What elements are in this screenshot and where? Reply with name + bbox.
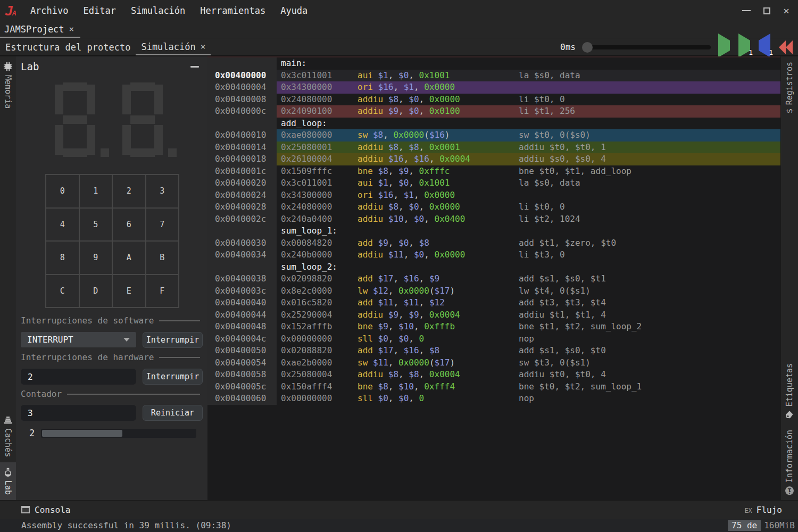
code-row[interactable]: 0x0040005c0x150afff4bne $8, $10, 0xfff4b… (207, 381, 780, 393)
keypad-key-8[interactable]: 8 (46, 241, 79, 275)
code-label-row[interactable]: main: (207, 57, 780, 70)
address-cell: 0x00400024 (207, 189, 277, 202)
code-row[interactable]: 0x004000340x240b0000addiu $11, $0, 0x000… (207, 249, 780, 261)
counter-input[interactable]: 3 (21, 405, 136, 421)
keypad-key-4[interactable]: 4 (46, 208, 79, 242)
keypad-key-7[interactable]: 7 (146, 208, 179, 242)
step-forward-button[interactable]: 1 (738, 40, 751, 54)
address-cell (207, 225, 277, 237)
sidebar-item-informacion[interactable]: i Información (781, 425, 798, 500)
play-button[interactable] (718, 40, 731, 54)
machine-code-cell: 0x34300000 (281, 81, 358, 94)
hardware-interrumpir-button[interactable]: Interrumpir (143, 369, 203, 385)
menu-ayuda[interactable]: Ayuda (280, 5, 307, 16)
minimize-button[interactable] (742, 10, 751, 11)
machine-code-cell: 0x240b0000 (281, 249, 358, 261)
code-row[interactable]: 0x0040004c0x00000000sll $0, $0, 0nop (207, 333, 780, 345)
source-cell: li $t3, 0 (519, 249, 780, 261)
code-row[interactable]: 0x004000200x3c011001aui $1, $0, 0x1001la… (207, 177, 780, 189)
instruction-cells: 0x240a0400addiu $10, $0, 0x0400li $t2, 1… (277, 213, 780, 226)
tab-consola[interactable]: Consola (14, 501, 78, 519)
machine-code-cell: 0x24080000 (281, 201, 358, 213)
address-cell: 0x0040000c (207, 105, 277, 118)
hardware-interrupt-input[interactable]: 2 (21, 369, 136, 385)
time-slider[interactable] (583, 45, 711, 49)
tab-jamsproject[interactable]: JAMSProject × (0, 21, 80, 38)
tab-simulacion[interactable]: Simulación × (136, 39, 211, 55)
instruction-cell: sw $8, 0x0000($16) (358, 129, 519, 142)
menu-simulacion[interactable]: Simulación (131, 5, 185, 16)
sidebar-item-registros[interactable]: $ Registros (781, 56, 798, 119)
keypad-key-C[interactable]: C (46, 275, 79, 308)
simulation-time: 0ms (560, 42, 576, 52)
code-row[interactable]: 0x0040001c0x1509fffcbne $8, $9, 0xfffcbn… (207, 165, 780, 178)
code-row[interactable]: 0x004000300x00084820add $9, $0, $8add $t… (207, 237, 780, 250)
keypad-key-A[interactable]: A (112, 241, 146, 275)
keypad-key-B[interactable]: B (146, 241, 179, 275)
menu-archivo[interactable]: Archivo (30, 5, 69, 16)
code-row[interactable]: 0x0040000c0x24090100addiu $9, $0, 0x0100… (207, 105, 780, 118)
maximize-button[interactable] (763, 7, 770, 14)
code-row[interactable]: 0x004000040x34300000ori $16, $1, 0x0000 (207, 81, 780, 94)
code-row[interactable]: 0x004000000x3c011001aui $1, $0, 0x1001la… (207, 70, 780, 82)
sidebar-item-memoria[interactable]: Memoria (0, 56, 16, 114)
machine-code-cell: 0x3c011001 (281, 177, 358, 189)
code-row[interactable]: 0x004000480x152afffbbne $9, $10, 0xfffbb… (207, 321, 780, 333)
code-row[interactable]: 0x0040002c0x240a0400addiu $10, $0, 0x040… (207, 213, 780, 226)
code-row[interactable]: 0x004000280x24080000addiu $8, $0, 0x0000… (207, 201, 780, 213)
step-back-button[interactable]: 1 (759, 40, 771, 54)
code-row[interactable]: 0x004000400x016c5820add $11, $11, $12add… (207, 297, 780, 309)
close-button[interactable]: × (783, 5, 789, 16)
interrupt-select[interactable]: INTERRUPT (21, 332, 136, 347)
lab-minimize-icon[interactable] (190, 66, 199, 68)
code-label-row[interactable]: sum_loop_1: (207, 225, 780, 237)
keypad-key-2[interactable]: 2 (112, 174, 146, 208)
rewind-button[interactable] (779, 40, 792, 54)
code-row[interactable]: 0x004000540xae2b0000sw $11, 0x0000($17)s… (207, 357, 780, 369)
keypad-key-3[interactable]: 3 (146, 174, 179, 208)
source-cell: la $s0, data (519, 177, 780, 189)
time-slider-knob[interactable] (582, 42, 593, 53)
keypad-key-E[interactable]: E (112, 275, 146, 308)
code-row[interactable]: 0x004000580x25080004addiu $8, $8, 0x0004… (207, 369, 780, 381)
code-row[interactable]: 0x0040003c0x8e2c0000lw $12, 0x0000($17)l… (207, 285, 780, 297)
keypad-key-6[interactable]: 6 (112, 208, 146, 242)
reiniciar-button[interactable]: Reiniciar (143, 405, 203, 421)
project-tab-close-icon[interactable]: × (69, 24, 74, 34)
menu-editar[interactable]: Editar (84, 5, 116, 16)
sidebar-item-lab[interactable]: Lab (0, 462, 16, 500)
keypad-key-D[interactable]: D (79, 275, 113, 308)
code-row[interactable]: 0x004000380x02098820add $17, $16, $9add … (207, 273, 780, 285)
tab-estructura[interactable]: Estructura del protecto (0, 39, 136, 55)
code-row[interactable]: 0x004000600x00000000sll $0, $0, 0nop (207, 393, 780, 405)
instruction-cells: 0x25290004addiu $9, $9, 0x0004addiu $t1,… (277, 309, 780, 321)
keypad-key-0[interactable]: 0 (46, 174, 79, 208)
source-cell: la $s0, data (519, 70, 780, 82)
code-row[interactable]: 0x004000240x34300000ori $16, $1, 0x0000 (207, 189, 780, 202)
keypad-key-5[interactable]: 5 (79, 208, 113, 242)
simulation-tab-close-icon[interactable]: × (201, 41, 206, 52)
code-label-row[interactable]: sum_loop_2: (207, 261, 780, 273)
instruction-cell: ori $16, $1, 0x0000 (358, 81, 519, 94)
code-row[interactable]: 0x004000080x24080000addiu $8, $0, 0x0000… (207, 94, 780, 106)
instruction-cell: addiu $8, $8, 0x0001 (358, 142, 519, 154)
code-row[interactable]: 0x004000440x25290004addiu $9, $9, 0x0004… (207, 309, 780, 321)
dollar-icon: $ (785, 109, 794, 113)
code-row[interactable]: 0x004000500x02088820add $17, $16, $8add … (207, 345, 780, 357)
keypad-key-1[interactable]: 1 (79, 174, 113, 208)
sidebar-item-etiquetas[interactable]: Etiquetas (781, 358, 798, 424)
keypad-key-9[interactable]: 9 (79, 241, 113, 275)
code-row[interactable]: 0x004000180x26100004addiu $16, $16, 0x00… (207, 153, 780, 165)
instruction-cell: addiu $11, $0, 0x0000 (358, 249, 519, 261)
software-interrumpir-button[interactable]: Interrumpir (143, 332, 203, 348)
keypad-key-F[interactable]: F (146, 275, 179, 308)
counter-label: Contador (21, 389, 62, 399)
sidebar-item-caches[interactable]: Cachés (0, 411, 16, 462)
tab-flujo[interactable]: EX Flujo (744, 505, 782, 515)
code-row[interactable]: 0x004000100xae080000sw $8, 0x0000($16)sw… (207, 129, 780, 142)
code-row[interactable]: 0x004000140x25080001addiu $8, $8, 0x0001… (207, 142, 780, 154)
progress-fill (42, 430, 122, 437)
menu-herramientas[interactable]: Herramientas (200, 5, 265, 16)
machine-code-cell: 0x00000000 (281, 333, 358, 345)
code-label-row[interactable]: add_loop: (207, 118, 780, 130)
